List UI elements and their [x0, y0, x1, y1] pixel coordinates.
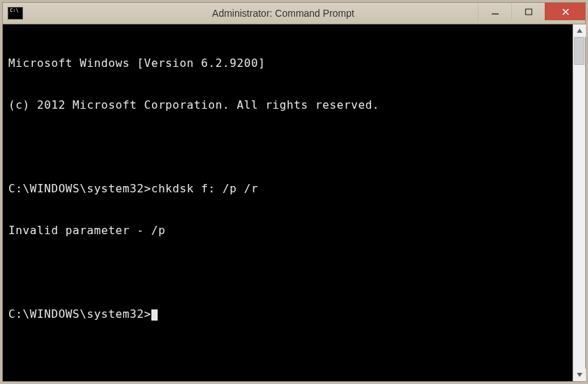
titlebar[interactable]: C:\ Administrator: Command Prompt	[3, 3, 585, 24]
command-prompt-window: C:\ Administrator: Command Prompt Micros…	[2, 2, 586, 382]
terminal-line: C:\WINDOWS\system32>chkdsk f: /p /r	[8, 182, 567, 196]
vertical-scrollbar[interactable]	[573, 24, 585, 381]
minimize-button[interactable]	[478, 3, 511, 20]
terminal-line: (c) 2012 Microsoft Corporation. All righ…	[8, 98, 567, 112]
window-controls	[478, 3, 585, 20]
content-area: Microsoft Windows [Version 6.2.9200] (c)…	[3, 24, 585, 381]
app-icon-text: C:\	[10, 8, 19, 13]
terminal-line: Invalid parameter - /p	[8, 224, 567, 238]
maximize-button[interactable]	[511, 3, 545, 20]
terminal-line	[8, 266, 567, 279]
terminal-line: Microsoft Windows [Version 6.2.9200]	[8, 56, 567, 70]
terminal-output[interactable]: Microsoft Windows [Version 6.2.9200] (c)…	[3, 24, 573, 381]
app-icon[interactable]: C:\	[8, 7, 23, 20]
scroll-down-button[interactable]	[573, 369, 586, 381]
terminal-prompt-line: C:\WINDOWS\system32>	[8, 307, 567, 321]
cursor	[151, 309, 158, 321]
scroll-up-button[interactable]	[573, 24, 586, 37]
terminal-line	[8, 140, 567, 154]
terminal-prompt: C:\WINDOWS\system32>	[8, 307, 151, 321]
close-button[interactable]	[545, 3, 585, 20]
svg-rect-1	[525, 9, 532, 15]
scroll-thumb[interactable]	[574, 37, 585, 65]
